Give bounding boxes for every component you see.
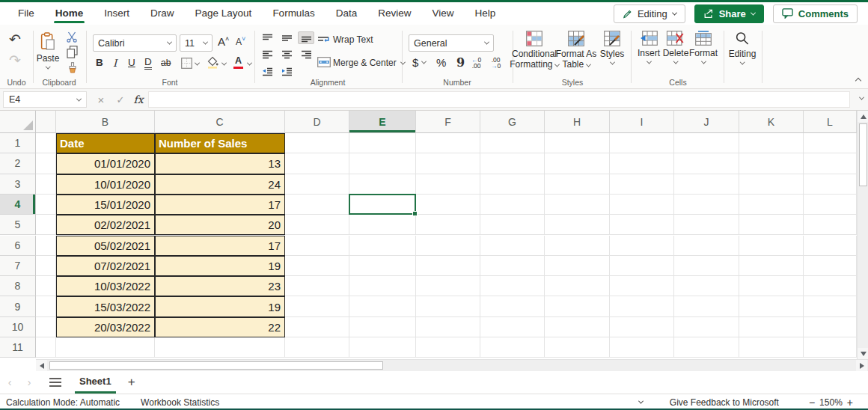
- column-header-K[interactable]: K: [739, 111, 804, 133]
- cell-F1[interactable]: [416, 133, 480, 153]
- cell-K10[interactable]: [739, 317, 804, 337]
- cell-C2[interactable]: 13: [155, 153, 285, 174]
- cell-H3[interactable]: [545, 174, 610, 195]
- cell-L8[interactable]: [804, 276, 857, 296]
- cell-J2[interactable]: [674, 153, 739, 174]
- cell-C6[interactable]: 17: [155, 236, 285, 256]
- cell-H5[interactable]: [545, 215, 610, 235]
- cell-G11[interactable]: [480, 337, 545, 358]
- cell-A8[interactable]: [36, 276, 56, 296]
- cell-L6[interactable]: [804, 236, 857, 256]
- cell-I9[interactable]: [610, 296, 674, 316]
- cell-E11[interactable]: [349, 337, 416, 358]
- cell-B6[interactable]: 05/02/2021: [56, 236, 155, 256]
- increase-font-size-button[interactable]: A˄: [218, 35, 229, 48]
- menu-home[interactable]: Home: [45, 2, 94, 25]
- cell-A6[interactable]: [36, 236, 56, 256]
- cell-E7[interactable]: [349, 256, 416, 276]
- cell-I7[interactable]: [610, 256, 674, 276]
- zoom-level[interactable]: 150%: [819, 397, 843, 408]
- insert-cells-button[interactable]: Insert: [638, 31, 660, 64]
- next-sheet-button[interactable]: ›: [19, 376, 39, 388]
- cell-B9[interactable]: 15/03/2022: [56, 296, 155, 316]
- vertical-scrollbar[interactable]: [857, 111, 868, 359]
- column-header-L[interactable]: L: [804, 111, 857, 133]
- cell-B1[interactable]: Date: [56, 133, 155, 153]
- cell-A1[interactable]: [36, 133, 56, 153]
- cell-A10[interactable]: [36, 317, 56, 337]
- delete-cells-button[interactable]: Delete: [663, 31, 689, 64]
- cell-L4[interactable]: [804, 195, 857, 215]
- merge-center-button[interactable]: Merge & Center: [333, 58, 405, 68]
- cell-D3[interactable]: [285, 174, 349, 195]
- selected-cell-E4[interactable]: [349, 194, 416, 215]
- name-box[interactable]: E4: [3, 91, 87, 108]
- cell-I10[interactable]: [610, 317, 674, 337]
- scroll-left-button[interactable]: [36, 360, 47, 371]
- cell-K9[interactable]: [739, 296, 804, 316]
- cell-I11[interactable]: [610, 337, 674, 358]
- cell-A4[interactable]: [36, 195, 56, 215]
- align-right-button[interactable]: [298, 49, 314, 61]
- scroll-down-button[interactable]: [858, 348, 868, 359]
- percent-format-button[interactable]: %: [436, 56, 446, 69]
- editing-menu-button[interactable]: Editing: [729, 31, 757, 65]
- currency-format-button[interactable]: $: [412, 56, 426, 69]
- cell-G10[interactable]: [480, 317, 545, 337]
- cell-A3[interactable]: [36, 174, 56, 195]
- wrap-text-button[interactable]: Wrap Text: [333, 34, 373, 45]
- cell-C7[interactable]: 19: [155, 256, 285, 276]
- borders-dropdown[interactable]: [195, 61, 200, 66]
- cell-J9[interactable]: [674, 296, 739, 316]
- cell-G9[interactable]: [480, 296, 545, 316]
- align-top-button[interactable]: [259, 31, 275, 44]
- double-underline-button[interactable]: D: [144, 56, 152, 70]
- column-header-A[interactable]: [36, 111, 56, 133]
- menu-insert[interactable]: Insert: [94, 2, 140, 25]
- column-header-G[interactable]: G: [480, 111, 545, 133]
- cell-B8[interactable]: 10/03/2022: [56, 276, 155, 296]
- all-sheets-icon[interactable]: [49, 378, 61, 387]
- cell-K4[interactable]: [739, 195, 804, 215]
- cell-K7[interactable]: [739, 256, 804, 276]
- cell-C10[interactable]: 22: [155, 317, 285, 337]
- cell-H7[interactable]: [545, 256, 610, 276]
- status-options-chevron[interactable]: [638, 399, 644, 404]
- cell-K2[interactable]: [739, 153, 804, 174]
- menu-page-layout[interactable]: Page Layout: [185, 2, 263, 25]
- fill-color-button[interactable]: [207, 56, 218, 69]
- row-header-6[interactable]: 6: [0, 236, 36, 256]
- cell-L11[interactable]: [804, 337, 857, 358]
- cell-D1[interactable]: [285, 133, 349, 153]
- fill-handle[interactable]: [412, 211, 418, 216]
- row-header-5[interactable]: 5: [0, 215, 36, 235]
- strikethrough-button[interactable]: ab: [161, 58, 171, 68]
- decrease-decimal-button[interactable]: .00→0: [491, 57, 501, 69]
- cell-F9[interactable]: [416, 296, 480, 316]
- column-header-E[interactable]: E: [349, 111, 416, 133]
- menu-data[interactable]: Data: [326, 2, 368, 25]
- row-header-10[interactable]: 10: [0, 317, 36, 337]
- menu-file[interactable]: File: [7, 2, 45, 25]
- cell-H10[interactable]: [545, 317, 610, 337]
- previous-sheet-button[interactable]: ‹: [0, 376, 19, 388]
- format-painter-button[interactable]: [67, 62, 79, 74]
- collapse-ribbon-button[interactable]: [855, 78, 861, 84]
- cell-styles-button[interactable]: Styles: [595, 31, 629, 65]
- cell-I3[interactable]: [610, 174, 674, 195]
- cell-F11[interactable]: [416, 337, 480, 358]
- menu-review[interactable]: Review: [367, 2, 421, 25]
- comma-format-button[interactable]: 9: [456, 55, 465, 70]
- calculation-mode[interactable]: Calculation Mode: Automatic: [6, 397, 120, 408]
- decrease-indent-button[interactable]: [259, 66, 275, 79]
- column-header-F[interactable]: F: [416, 111, 480, 133]
- zoom-in-button[interactable]: +: [843, 397, 858, 409]
- cell-A5[interactable]: [36, 215, 56, 235]
- share-button[interactable]: Share: [694, 4, 764, 23]
- format-cells-button[interactable]: Format: [689, 31, 718, 64]
- cell-G8[interactable]: [480, 276, 545, 296]
- cell-E3[interactable]: [349, 174, 416, 195]
- font-name-select[interactable]: Calibri: [93, 34, 177, 52]
- row-header-2[interactable]: 2: [0, 153, 36, 174]
- cell-D5[interactable]: [285, 215, 349, 235]
